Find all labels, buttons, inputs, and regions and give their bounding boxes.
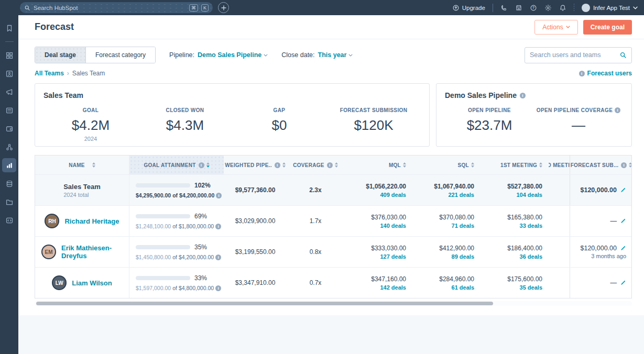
sidebar-item-marketing[interactable] [2,85,16,99]
attainment-percent: 33% [194,274,207,282]
coverage-value: 0.7x [310,279,322,286]
column-header-name[interactable]: NAME [35,156,129,174]
sidebar-divider [5,41,14,42]
attainment-percent: 35% [194,244,207,251]
search-icon[interactable] [619,51,627,59]
column-header-1st-meeting[interactable]: 1ST MEETING [481,156,549,174]
sidebar-item-developer[interactable] [2,213,16,227]
filter-bar: Deal stage Forecast category Pipeline: D… [35,47,632,63]
sidebar-item-crm[interactable] [2,67,16,81]
sidebar-item-workspaces[interactable] [2,48,16,62]
info-icon[interactable]: i [216,193,222,198]
tab-deal-stage[interactable]: Deal stage [35,47,85,63]
info-icon[interactable]: i [215,255,221,260]
table-row-sales-team: Sales Team 2024 total 102% $4,295,900.00… [35,174,631,205]
edit-pencil-icon[interactable] [620,218,626,224]
forecast-submission-value: — [610,279,617,286]
caret-down-icon [566,26,570,28]
info-icon[interactable]: i [327,162,333,168]
column-header-forecast-submission[interactable]: FORECAST SUB... i [570,156,632,174]
info-icon[interactable]: i [215,224,221,229]
mql-deals-link[interactable]: 142 deals [380,284,406,291]
sort-icon[interactable] [471,162,474,168]
info-icon[interactable]: i [199,162,204,168]
forecast-users-link[interactable]: i Forecast users [579,70,632,77]
meeting-deals-link[interactable]: 33 deals [520,223,542,229]
horizontal-scrollbar[interactable] [35,301,632,306]
help-icon[interactable]: ? [530,4,537,12]
info-icon[interactable]: i [615,107,620,113]
edit-pencil-icon[interactable] [620,245,626,251]
breadcrumb-all-teams[interactable]: All Teams [35,70,64,77]
actions-button[interactable]: Actions [534,20,577,35]
row-name-link[interactable]: Richard Heritage [64,217,119,225]
table-row-liam-wilson: LW Liam Wilson 33% $1,597,000.00 of $4,8… [35,267,631,298]
row-name-link[interactable]: Erik Mathiesen-Dreyfus [61,244,123,260]
users-search-input[interactable] [530,51,619,59]
sidebar-item-data[interactable] [2,176,16,191]
cmd-key: ⌘ [189,4,198,12]
sidebar-item-reporting[interactable] [2,158,16,172]
meeting-deals-link[interactable]: 104 deals [516,192,542,198]
column-header-coverage[interactable]: COVERAGE i [287,156,344,174]
sql-value: $412,900.00 [439,245,474,252]
mql-deals-link[interactable]: 140 deals [380,223,406,229]
scrollbar-thumb[interactable] [36,302,493,305]
info-icon[interactable]: i [621,162,627,168]
sort-icon[interactable] [206,162,210,168]
edit-pencil-icon[interactable] [620,187,626,193]
marketplace-icon[interactable] [515,4,522,12]
sql-deals-link[interactable]: 71 deals [452,223,474,229]
sort-icon[interactable] [629,162,632,168]
pipeline-select[interactable]: Demo Sales Pipeline [198,51,268,59]
forecast-users-label: Forecast users [587,70,632,77]
sidebar-item-automations[interactable] [2,140,16,154]
tab-forecast-category[interactable]: Forecast category [85,47,155,63]
calling-icon[interactable] [500,4,508,12]
view-toggle: Deal stage Forecast category [35,47,156,63]
column-header-goal-attainment[interactable]: GOAL ATTAINMENT i [129,156,224,174]
meeting-deals-link[interactable]: 36 deals [520,253,542,260]
sidebar-item-commerce[interactable] [2,121,16,136]
settings-icon[interactable] [544,4,552,12]
column-header-weighted-pipeline[interactable]: WEIGHTED PIPE.. i [224,156,287,174]
account-menu[interactable]: Infer App Test [582,4,638,12]
sort-icon[interactable] [335,162,338,168]
coverage-value: 0.8x [310,248,322,256]
bookmarks-icon[interactable] [2,21,16,35]
quick-create-button[interactable] [218,2,229,13]
meeting-deals-link[interactable]: 35 deals [520,284,542,291]
sort-icon[interactable] [539,162,542,168]
metric-value: $120K [326,117,421,134]
notifications-icon[interactable] [559,4,566,12]
forecast-submission-value: $120,000.00 [580,186,617,194]
goal-attainment-bar [136,245,190,249]
sort-icon[interactable] [282,162,286,168]
metric-value: $4.2M [43,117,138,134]
sort-icon[interactable] [403,162,406,168]
metric-goal: GOAL $4.2M 2024 [43,105,138,142]
forecast-submission-value: $120,000.00 [580,245,617,252]
mql-value: $1,056,220.00 [366,183,406,190]
close-date-value: This year [318,51,347,59]
sql-deals-link[interactable]: 89 deals [452,253,474,260]
column-header-mql[interactable]: MQL [344,156,412,174]
edit-pencil-icon[interactable] [620,280,626,286]
column-header-2nd-meeting[interactable]: 2ND MEETING [549,156,570,174]
close-date-select[interactable]: This year [318,51,353,59]
column-header-sql[interactable]: SQL [412,156,481,174]
sql-deals-link[interactable]: 61 deals [452,284,474,291]
info-icon[interactable]: i [275,162,280,168]
sql-deals-link[interactable]: 221 deals [448,192,474,198]
sidebar-item-library[interactable] [2,195,16,209]
row-name-link[interactable]: Liam Wilson [72,279,112,287]
info-icon[interactable]: i [520,93,526,98]
mql-deals-link[interactable]: 409 deals [380,192,406,198]
upgrade-button[interactable]: Upgrade [452,4,485,12]
info-icon[interactable]: i [215,285,221,291]
mql-deals-link[interactable]: 127 deals [380,253,406,260]
create-goal-button[interactable]: Create goal [583,20,632,35]
global-search-input[interactable]: Search HubSpot ⌘ K [20,2,213,13]
sidebar-item-content[interactable] [2,103,16,117]
sort-icon[interactable] [92,162,95,168]
